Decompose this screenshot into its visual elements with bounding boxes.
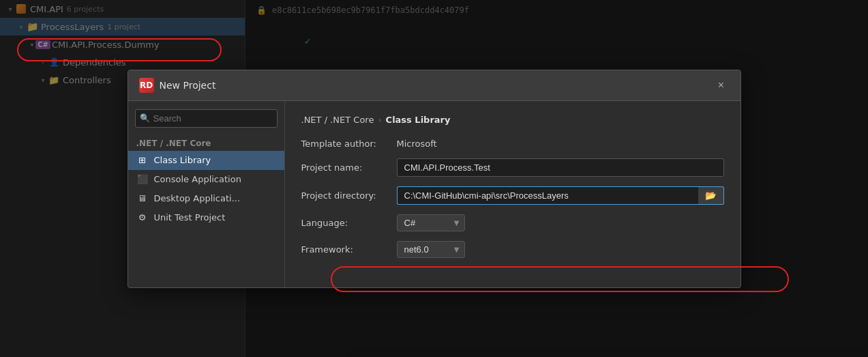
dialog-overlay: RD New Project × 🔍 .NET / .NET Core ⊞ Cl… — [0, 0, 868, 357]
sidebar-item-label-unit-test: Unit Test Project — [154, 212, 226, 223]
search-icon: 🔍 — [140, 113, 150, 123]
close-button[interactable]: × — [713, 77, 730, 94]
sidebar-item-unit-test[interactable]: ⚙ Unit Test Project — [128, 208, 284, 227]
sidebar-item-console-application[interactable]: ⬛ Console Application — [128, 170, 284, 189]
breadcrumb-current: Class Library — [386, 115, 451, 125]
sidebar-section-label: .NET / .NET Core — [128, 136, 284, 151]
window-icon: 🖥 — [136, 192, 149, 205]
breadcrumb-separator: › — [378, 115, 381, 125]
new-project-dialog: RD New Project × 🔍 .NET / .NET Core ⊞ Cl… — [128, 70, 741, 288]
breadcrumb: .NET / .NET Core › Class Library — [301, 115, 724, 125]
sidebar-item-label-desktop-application: Desktop Applicati... — [154, 193, 241, 203]
dialog-body: 🔍 .NET / .NET Core ⊞ Class Library ⬛ Con… — [128, 101, 740, 287]
browse-button[interactable]: 📂 — [698, 186, 724, 205]
framework-select-wrapper: net6.0 ▼ — [397, 241, 465, 258]
framework-label: Framework: — [301, 244, 397, 255]
sidebar-item-desktop-application[interactable]: 🖥 Desktop Applicati... — [128, 189, 284, 208]
search-box: 🔍 — [135, 109, 278, 128]
search-input[interactable] — [135, 109, 278, 128]
terminal-icon: ⬛ — [136, 173, 149, 186]
breadcrumb-parent: .NET / .NET Core — [301, 115, 374, 125]
test-icon: ⚙ — [136, 212, 149, 224]
framework-select[interactable]: net6.0 — [397, 241, 465, 258]
language-label: Language: — [301, 218, 397, 228]
sidebar-item-label-class-library: Class Library — [154, 155, 211, 165]
project-dir-field: 📂 — [397, 186, 724, 205]
form-row-project-dir: Project directory: 📂 — [301, 186, 724, 205]
grid-icon: ⊞ — [136, 154, 149, 167]
language-select-wrapper: C# ▼ — [397, 214, 465, 231]
sidebar-item-label-console-application: Console Application — [154, 174, 241, 184]
template-author-label: Template author: — [301, 139, 397, 149]
project-name-input[interactable] — [397, 158, 724, 177]
form-row-language: Language: C# ▼ — [301, 214, 724, 231]
dialog-sidebar: 🔍 .NET / .NET Core ⊞ Class Library ⬛ Con… — [128, 101, 285, 287]
dialog-title-text: New Project — [160, 80, 216, 91]
template-author-value: Microsoft — [397, 139, 437, 149]
form-row-project-name: Project name: — [301, 158, 724, 177]
dialog-content: .NET / .NET Core › Class Library Templat… — [285, 101, 740, 287]
dialog-title-icon: RD — [139, 78, 154, 93]
form-row-template-author: Template author: Microsoft — [301, 139, 724, 149]
language-select[interactable]: C# — [397, 214, 465, 231]
project-dir-input[interactable] — [397, 186, 698, 205]
dialog-title-left: RD New Project — [139, 78, 216, 93]
form-row-framework: Framework: net6.0 ▼ — [301, 241, 724, 258]
dialog-titlebar: RD New Project × — [128, 70, 740, 101]
sidebar-item-class-library[interactable]: ⊞ Class Library — [128, 151, 284, 170]
project-name-label: Project name: — [301, 162, 397, 173]
folder-browse-icon: 📂 — [705, 190, 717, 201]
project-dir-label: Project directory: — [301, 190, 397, 201]
